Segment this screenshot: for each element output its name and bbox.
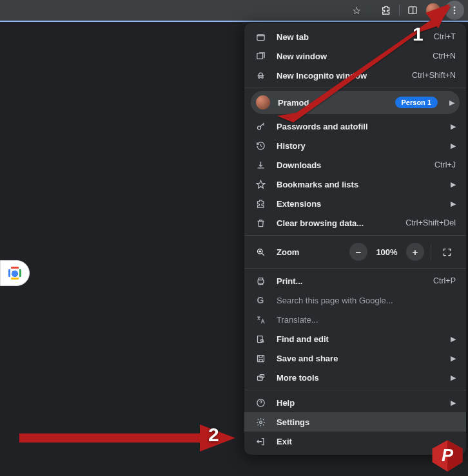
extensions-icon[interactable] <box>377 1 395 19</box>
settings-icon <box>255 417 266 427</box>
toolbar-separator <box>399 5 400 16</box>
side-panel-icon[interactable] <box>404 1 422 19</box>
trash-icon <box>255 218 266 228</box>
svg-rect-11 <box>258 280 264 283</box>
menu-incognito[interactable]: New Incognito window Ctrl+Shift+N <box>244 66 466 85</box>
chevron-right-icon: ▶ <box>451 354 456 363</box>
menu-downloads[interactable]: Downloads Ctrl+J <box>244 155 466 175</box>
find-icon <box>255 334 266 344</box>
chevron-right-icon: ▶ <box>451 200 456 208</box>
google-lens-icon <box>8 267 21 280</box>
chevron-right-icon: ▶ <box>451 335 456 343</box>
menu-history[interactable]: History ▶ <box>244 136 466 155</box>
google-lens-button[interactable] <box>0 260 30 286</box>
help-icon <box>255 398 266 408</box>
svg-point-3 <box>454 10 456 12</box>
star-icon <box>255 180 266 189</box>
chrome-main-menu: New tab Ctrl+T New window Ctrl+N New Inc… <box>244 23 466 455</box>
svg-rect-14 <box>257 355 264 361</box>
window-icon <box>255 52 266 61</box>
menu-search-google: G Search this page with Google... <box>244 290 466 310</box>
menu-help[interactable]: Help ▶ <box>244 393 466 412</box>
zoom-in-button[interactable]: + <box>406 243 424 261</box>
menu-save-share[interactable]: Save and share ▶ <box>244 348 466 368</box>
zoom-icon <box>255 247 266 257</box>
menu-profile[interactable]: Pramod Person 1 ▶ <box>251 91 460 114</box>
tools-icon <box>255 373 266 383</box>
more-menu-button[interactable] <box>445 1 464 20</box>
download-icon <box>255 160 266 170</box>
puzzle-icon <box>255 199 266 209</box>
fullscreen-button[interactable] <box>438 243 456 261</box>
menu-find-edit[interactable]: Find and edit ▶ <box>244 329 466 348</box>
incognito-icon <box>255 71 266 81</box>
menu-translate: Translate... <box>244 310 466 329</box>
svg-point-8 <box>261 76 263 78</box>
chevron-right-icon: ▶ <box>451 142 456 150</box>
menu-print[interactable]: Print... Ctrl+P <box>244 271 466 290</box>
bookmark-star-icon[interactable]: ☆ <box>347 1 366 19</box>
svg-point-7 <box>258 76 260 78</box>
menu-passwords[interactable]: Passwords and autofill ▶ <box>244 117 466 136</box>
zoom-out-button[interactable]: − <box>349 243 367 261</box>
history-icon <box>255 141 266 151</box>
save-icon <box>255 354 266 363</box>
svg-rect-6 <box>257 53 262 59</box>
menu-new-window[interactable]: New window Ctrl+N <box>244 46 466 66</box>
google-g-icon: G <box>255 295 266 305</box>
menu-zoom: Zoom − 100% + <box>244 238 466 265</box>
print-icon <box>255 276 266 286</box>
profile-avatar-icon <box>256 95 270 109</box>
annotation-label-1: 1 <box>413 24 424 44</box>
chevron-right-icon: ▶ <box>451 122 456 131</box>
menu-bookmarks[interactable]: Bookmarks and lists ▶ <box>244 175 466 194</box>
profile-avatar[interactable] <box>424 1 442 19</box>
chevron-right-icon: ▶ <box>451 180 456 189</box>
menu-settings[interactable]: Settings <box>244 412 466 432</box>
svg-point-9 <box>257 126 260 129</box>
tab-icon <box>255 32 266 42</box>
chevron-right-icon: ▶ <box>449 99 454 107</box>
menu-more-tools[interactable]: More tools ▶ <box>244 368 466 387</box>
menu-new-tab[interactable]: New tab Ctrl+T <box>244 27 466 46</box>
chevron-right-icon: ▶ <box>451 374 456 382</box>
menu-extensions[interactable]: Extensions ▶ <box>244 194 466 213</box>
zoom-percent: 100% <box>374 247 400 257</box>
menu-exit[interactable]: Exit <box>244 432 466 451</box>
svg-point-2 <box>454 6 456 8</box>
exit-icon <box>255 437 266 446</box>
menu-clear-data[interactable]: Clear browsing data... Ctrl+Shift+Del <box>244 213 466 233</box>
svg-point-4 <box>454 12 456 14</box>
profile-badge: Person 1 <box>395 97 438 108</box>
svg-point-18 <box>259 421 262 423</box>
key-icon <box>255 122 266 131</box>
annotation-label-2: 2 <box>208 425 219 444</box>
translate-icon <box>255 315 266 325</box>
chevron-right-icon: ▶ <box>451 399 456 407</box>
